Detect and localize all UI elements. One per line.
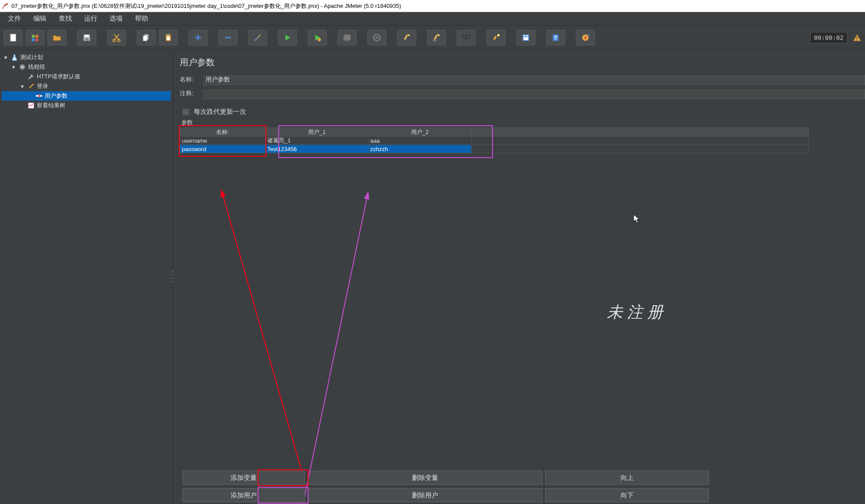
svg-point-19 — [408, 34, 410, 36]
chart-icon — [27, 102, 35, 109]
svg-point-15 — [255, 39, 257, 40]
menu-options[interactable]: 选项 — [104, 13, 128, 24]
cell-user1-value[interactable]: 诸葛亮_1 — [266, 137, 369, 145]
menu-search[interactable]: 查找 — [53, 13, 77, 24]
parameters-section-label: 参数 — [181, 119, 865, 127]
svg-rect-0 — [11, 34, 16, 41]
tree-thread-group[interactable]: ▼ 线程组 — [2, 62, 171, 72]
cell-empty — [471, 137, 809, 145]
sampler-button[interactable] — [576, 30, 595, 46]
move-down-button[interactable]: 向下 — [545, 488, 709, 502]
jmeter-app-icon — [2, 3, 9, 10]
svg-point-23 — [497, 34, 500, 36]
cell-variable-name[interactable]: password — [180, 145, 266, 153]
header-name[interactable]: 名称: — [180, 128, 266, 137]
svg-point-17 — [318, 38, 321, 41]
parameters-table[interactable]: 名称: 用户_1 用户_2 username 诸葛亮_1 aaa passwor… — [180, 127, 809, 153]
svg-rect-25 — [524, 35, 526, 36]
toolbar: ? 00:00:02 — [0, 25, 865, 50]
cut-button[interactable] — [107, 30, 126, 46]
start-no-pause-button[interactable] — [308, 30, 327, 46]
tree-user-parameters[interactable]: 用户参数 — [2, 91, 171, 101]
menu-file[interactable]: 文件 — [3, 13, 26, 24]
svg-rect-4 — [35, 38, 38, 41]
svg-rect-37 — [39, 94, 40, 97]
svg-rect-33 — [857, 39, 858, 40]
cell-empty — [471, 145, 809, 153]
add-variable-button[interactable]: 添加变量 — [182, 471, 305, 485]
tree-view-results[interactable]: 察看结果树 — [2, 101, 171, 110]
table-header-row: 名称: 用户_1 用户_2 — [180, 128, 809, 137]
stop-button[interactable] — [337, 30, 357, 46]
tree-label: 登录 — [37, 82, 48, 90]
svg-point-35 — [21, 66, 23, 68]
clear-all-button[interactable] — [427, 30, 446, 46]
expand-arrow-icon[interactable]: ▼ — [19, 84, 25, 89]
menu-help[interactable]: 帮助 — [130, 13, 153, 24]
panel-title: 用户参数 — [180, 56, 865, 68]
tree-http-defaults[interactable]: HTTP请求默认值 — [2, 72, 171, 81]
test-plan-tree[interactable]: ▼ 测试计划 ▼ 线程组 HTTP请求默认值 ▼ 登录 — [0, 50, 173, 504]
delete-user-button[interactable]: 删除用户 — [308, 488, 542, 502]
clear-button[interactable] — [397, 30, 416, 46]
toggle-button[interactable] — [248, 30, 267, 46]
tree-label: 用户参数 — [45, 92, 67, 100]
slider-icon — [35, 92, 43, 100]
user-parameters-panel: 用户参数 名称: 注释: 每次跌代更新一次 参数 名称: 用户_1 — [173, 50, 865, 504]
window-titlebar: 07_jmeter参数化_用户参数.jmx (E:\0628软件测试\19_jm… — [0, 0, 865, 12]
header-user1[interactable]: 用户_1 — [266, 128, 369, 137]
menubar: 文件 编辑 查找 运行 选项 帮助 — [0, 12, 865, 25]
table-row[interactable]: password Test123456 zzhzzh — [180, 145, 809, 153]
search-tree-button[interactable] — [457, 30, 476, 46]
shutdown-button[interactable] — [367, 30, 386, 46]
svg-rect-7 — [85, 38, 88, 40]
svg-text:?: ? — [554, 34, 557, 41]
delete-variable-button[interactable]: 删除变量 — [308, 471, 542, 485]
cell-user1-value[interactable]: Test123456 — [266, 145, 369, 153]
update-per-iteration-label: 每次跌代更新一次 — [194, 108, 246, 116]
cell-variable-name[interactable]: username — [180, 137, 266, 145]
header-user2[interactable]: 用户_2 — [369, 128, 471, 137]
tree-test-plan[interactable]: ▼ 测试计划 — [2, 53, 171, 62]
svg-point-20 — [438, 34, 440, 36]
copy-button[interactable] — [137, 30, 156, 46]
save-button[interactable] — [77, 30, 96, 46]
menu-run[interactable]: 运行 — [79, 13, 103, 24]
cell-user2-value[interactable]: zzhzzh — [369, 145, 471, 153]
menu-edit[interactable]: 编辑 — [28, 13, 52, 24]
window-title: 07_jmeter参数化_用户参数.jmx (E:\0628软件测试\19_jm… — [11, 2, 401, 10]
help-button[interactable]: ? — [546, 30, 565, 46]
svg-rect-2 — [35, 35, 38, 37]
function-helper-button[interactable] — [516, 30, 535, 46]
remove-button[interactable] — [218, 30, 238, 46]
tree-label: 线程组 — [28, 63, 45, 71]
templates-button[interactable] — [25, 30, 45, 46]
new-button[interactable] — [4, 30, 23, 46]
tree-login[interactable]: ▼ 登录 — [2, 81, 171, 91]
svg-rect-3 — [32, 38, 35, 41]
add-user-button[interactable]: 添加用户 — [182, 488, 305, 502]
parameters-table-wrap: 名称: 用户_1 用户_2 username 诸葛亮_1 aaa passwor… — [180, 127, 865, 153]
start-button[interactable] — [278, 30, 297, 46]
svg-rect-11 — [143, 35, 147, 41]
comment-input[interactable] — [202, 88, 865, 99]
svg-rect-13 — [167, 33, 170, 35]
svg-point-8 — [113, 39, 116, 42]
update-per-iteration-checkbox[interactable] — [182, 109, 189, 116]
reset-search-button[interactable] — [486, 30, 506, 46]
expand-arrow-icon[interactable]: ▼ — [3, 55, 9, 60]
name-input[interactable] — [202, 74, 865, 85]
tree-label: 测试计划 — [20, 53, 43, 61]
svg-rect-32 — [857, 36, 858, 39]
add-button[interactable] — [188, 30, 208, 46]
tree-label: 察看结果树 — [37, 102, 65, 109]
cell-user2-value[interactable]: aaa — [369, 137, 471, 145]
open-button[interactable] — [47, 30, 67, 46]
tree-label: HTTP请求默认值 — [37, 73, 80, 81]
move-up-button[interactable]: 向上 — [545, 471, 709, 485]
paste-button[interactable] — [159, 30, 178, 46]
expand-arrow-icon[interactable]: ▼ — [11, 65, 17, 70]
svg-rect-27 — [524, 37, 528, 40]
table-row[interactable]: username 诸葛亮_1 aaa — [180, 137, 809, 145]
svg-point-16 — [259, 35, 261, 36]
